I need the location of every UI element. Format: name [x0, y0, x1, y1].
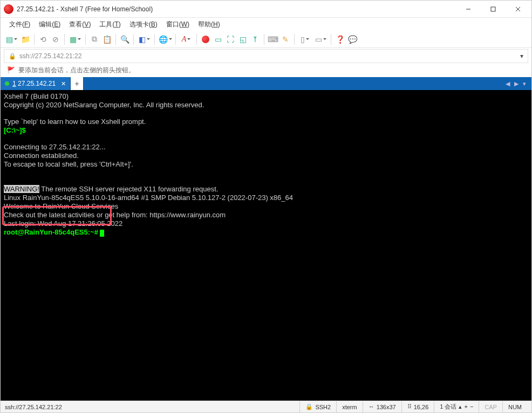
lock-icon: 🔒: [9, 53, 16, 59]
add-tab-button[interactable]: +: [71, 77, 84, 90]
session-properties-icon[interactable]: ▦: [67, 33, 83, 46]
copy-icon[interactable]: ⧉: [88, 33, 100, 46]
xshell-logo-icon[interactable]: [200, 33, 212, 46]
menu-tabs[interactable]: 选项卡(B): [125, 19, 162, 30]
fullscreen-icon[interactable]: ⛶: [224, 33, 236, 46]
statusbar: ssh://27.25.142.21:22 🔒SSH2 xterm ↔ 136x…: [1, 401, 531, 412]
app-icon: [4, 4, 13, 14]
sessions-minus-icon: −: [470, 404, 473, 410]
disconnect-icon[interactable]: ⊘: [50, 33, 62, 46]
tab-list-dropdown-icon[interactable]: ▾: [521, 80, 528, 87]
menu-tools[interactable]: 工具(T): [95, 19, 125, 30]
hint-bar: 🚩 要添加当前会话，点击左侧的箭头按钮。: [1, 63, 531, 77]
sessions-up-icon: ▴: [459, 404, 462, 410]
close-button[interactable]: [506, 1, 530, 18]
cursor-block-icon: [100, 230, 104, 237]
menu-file[interactable]: 文件(F): [5, 19, 35, 30]
toolbar-separator: [175, 34, 176, 45]
minimize-button[interactable]: [456, 1, 481, 18]
tab-strip: 1 27.25.142.21 ✕ + ◀ ▶ ▾: [1, 77, 531, 90]
transparent-icon[interactable]: ◱: [237, 33, 249, 46]
toolbar-separator: [34, 34, 35, 45]
tab-label: 27.25.142.21: [18, 80, 56, 87]
keyboard-icon[interactable]: ⌨: [267, 33, 279, 46]
status-dot-icon: [5, 81, 9, 86]
always-top-icon[interactable]: ⤒: [249, 33, 261, 46]
term-warning: WARNING!: [4, 185, 39, 193]
sessions-plus-icon: +: [464, 404, 467, 410]
close-tab-icon[interactable]: ✕: [61, 80, 66, 87]
menu-view[interactable]: 查看(V): [65, 19, 95, 30]
highlighter-icon[interactable]: ✎: [279, 33, 291, 46]
toolbar-separator: [133, 34, 134, 45]
status-num: NUM: [502, 401, 527, 412]
tile-horizontal-icon[interactable]: ▯: [297, 33, 312, 46]
tab-index: 1: [12, 80, 16, 87]
toolbar-separator: [294, 34, 295, 45]
toolbar-separator: [64, 34, 65, 45]
xftp-icon[interactable]: ▭: [212, 33, 224, 46]
status-term: xterm: [336, 401, 363, 412]
term-line: Connection established.: [4, 152, 79, 160]
term-local-prompt: [C:\~]$: [4, 126, 26, 134]
status-cap: CAP: [479, 401, 502, 412]
find-icon[interactable]: 🔍: [119, 33, 131, 46]
terminal[interactable]: Xshell 7 (Build 0170) Copyright (c) 2020…: [1, 90, 531, 401]
tab-spacer: [84, 77, 500, 90]
address-dropdown-icon[interactable]: ▾: [520, 52, 523, 60]
status-cursor: ⠿ 16,26: [401, 401, 434, 412]
address-bar[interactable]: 🔒 ssh://27.25.142.21:22 ▾: [4, 49, 528, 63]
tab-prev-icon[interactable]: ◀: [503, 80, 512, 87]
tile-vertical-icon[interactable]: ▭: [313, 33, 328, 46]
tab-nav: ◀ ▶ ▾: [500, 77, 531, 90]
menu-edit[interactable]: 编辑(E): [35, 19, 65, 30]
chat-icon[interactable]: 💬: [346, 33, 358, 46]
help-icon[interactable]: ❓: [334, 33, 346, 46]
session-tab[interactable]: 1 27.25.142.21 ✕: [1, 77, 71, 90]
term-line: Linux RainYun-85c4qES5 5.10.0-16-amd64 #…: [4, 194, 293, 202]
status-sessions[interactable]: 1 会话 ▴ + −: [434, 401, 479, 412]
status-path: ssh://27.25.142.21:22: [5, 401, 299, 412]
paste-icon[interactable]: 📋: [101, 33, 113, 46]
open-folder-icon[interactable]: 📁: [19, 33, 31, 46]
toolbar-separator: [331, 34, 331, 45]
maximize-button[interactable]: [481, 1, 506, 18]
font-icon[interactable]: A: [179, 33, 194, 46]
toolbar-separator: [115, 34, 116, 45]
status-size: ↔ 136x37: [363, 401, 401, 412]
address-text: ssh://27.25.142.21:22: [19, 52, 81, 60]
position-icon: ⠿: [407, 404, 412, 410]
lock-small-icon: 🔒: [305, 404, 313, 410]
hint-text: 要添加当前会话，点击左侧的箭头按钮。: [18, 66, 135, 75]
term-line: To escape to local shell, press 'Ctrl+Al…: [4, 160, 133, 168]
window-controls: [456, 1, 530, 18]
menubar: 文件(F) 编辑(E) 查看(V) 工具(T) 选项卡(B) 窗口(W) 帮助(…: [1, 18, 531, 31]
toolbar-separator: [196, 34, 197, 45]
menu-help[interactable]: 帮助(H): [194, 19, 224, 30]
status-proto: 🔒SSH2: [299, 401, 336, 412]
highlight-box: [2, 206, 112, 225]
flag-icon: 🚩: [7, 67, 15, 73]
term-remote-prompt: root@RainYun-85c4qES5:~#: [4, 228, 100, 236]
window-title: 27.25.142.21 - Xshell 7 (Free for Home/S…: [17, 5, 456, 13]
toolbar-separator: [85, 34, 86, 45]
toolbar-separator: [154, 34, 155, 45]
term-line: Connecting to 27.25.142.21:22...: [4, 143, 106, 151]
toolbar: ▤ 📁 ⟲ ⊘ ▦ ⧉ 📋 🔍 ◧ 🌐 A ▭ ⛶ ◱ ⤒ ⌨ ✎ ▯ ▭ ❓ …: [1, 31, 531, 48]
term-line: Copyright (c) 2020 NetSarang Computer, I…: [4, 101, 204, 109]
menu-window[interactable]: 窗口(W): [162, 19, 194, 30]
color-scheme-icon[interactable]: ◧: [137, 33, 152, 46]
svg-rect-1: [491, 7, 495, 11]
titlebar: 27.25.142.21 - Xshell 7 (Free for Home/S…: [1, 1, 531, 18]
reconnect-icon[interactable]: ⟲: [37, 33, 49, 46]
term-line: Type `help' to learn how to use Xshell p…: [4, 118, 146, 126]
term-line: Xshell 7 (Build 0170): [4, 92, 69, 100]
globe-icon[interactable]: 🌐: [158, 33, 173, 46]
toolbar-separator: [264, 34, 264, 45]
new-session-icon[interactable]: ▤: [4, 33, 19, 46]
size-icon: ↔: [369, 404, 374, 410]
term-line: The remote SSH server rejected X11 forwa…: [39, 185, 218, 193]
tab-next-icon[interactable]: ▶: [512, 80, 521, 87]
